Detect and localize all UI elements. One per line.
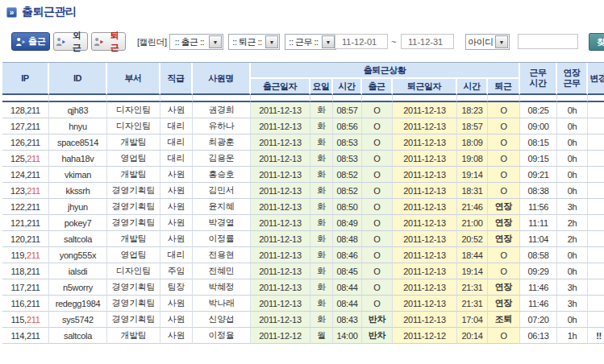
search-field-select[interactable]: 아이디 ▼ xyxy=(465,34,510,50)
cell-in-mark: O xyxy=(362,296,393,312)
ip-prefix: 118, xyxy=(10,267,26,276)
search-field-value: 아이디 xyxy=(466,36,495,48)
cell-change xyxy=(588,215,604,231)
cell-work-time: 06:13 xyxy=(520,328,557,344)
cell-out-date: 2011-12-13 xyxy=(393,134,457,151)
header-dept: 부서 xyxy=(107,63,160,95)
cell-in-mark: O xyxy=(362,231,393,247)
cell-in-mark: O xyxy=(362,167,393,183)
cell-change xyxy=(588,151,604,167)
cell-work-time: 08:25 xyxy=(520,102,557,118)
header-ip: IP xyxy=(2,63,49,95)
cell-overtime: 0h xyxy=(557,312,588,328)
cell-work-time: 11:04 xyxy=(520,231,557,247)
cell-dept: 경영기획팀 xyxy=(107,279,160,296)
cell-name: 신양섭 xyxy=(193,312,251,328)
cell-out-mark: 연장 xyxy=(488,231,520,247)
table-row: 118,211 ialsdi 디자인팀 주임 전혜민 2011-12-13 화 … xyxy=(2,263,604,279)
header-out-time: 시간 xyxy=(457,79,488,95)
chevron-down-icon[interactable]: ▼ xyxy=(209,35,222,48)
cell-in-mark: O xyxy=(362,263,393,279)
cell-day: 화 xyxy=(310,102,333,118)
chevron-down-icon[interactable]: ▼ xyxy=(495,35,508,48)
cell-work-time: 11:46 xyxy=(520,279,557,296)
cell-out-time: 18:57 xyxy=(457,118,488,134)
attend-button[interactable]: 출근 xyxy=(11,32,50,51)
cell-dept: 영업팀 xyxy=(107,247,160,263)
cell-work-time: 08:58 xyxy=(520,247,557,263)
cell-dept: 영업팀 xyxy=(107,151,160,167)
ip-suffix: 211 xyxy=(27,105,40,115)
cell-out-date: 2011-12-13 xyxy=(393,167,457,183)
ip-prefix: 117, xyxy=(10,283,26,292)
cell-id: saltcola xyxy=(49,231,107,247)
ip-prefix: 114, xyxy=(10,331,26,341)
header-in-date: 출근일자 xyxy=(251,79,310,95)
search-button[interactable]: 찾기 xyxy=(589,33,604,51)
cell-name: 권경희 xyxy=(193,102,251,118)
cell-id: space8514 xyxy=(49,134,107,151)
cell-name: 이정률 xyxy=(193,231,251,247)
cell-change xyxy=(588,118,604,134)
cell-ip: 118,211 xyxy=(2,263,49,279)
cell-out-time: 21:46 xyxy=(457,199,488,215)
cell-out-mark: 연장 xyxy=(488,199,520,215)
header-in-mark: 출근 xyxy=(362,79,393,95)
cell-out-mark: O xyxy=(488,151,520,167)
cell-work-time: 07:20 xyxy=(520,312,557,328)
leave-filter-select[interactable]: :: 퇴근 :: ▼ xyxy=(228,34,280,50)
cell-rank: 대리 xyxy=(160,151,193,167)
calendar-label: [캘린더] xyxy=(137,36,167,48)
cell-name: 전혜민 xyxy=(193,263,251,279)
work-filter-select[interactable]: :: 근무 :: ▼ xyxy=(285,34,336,50)
table-row: 125,211 haha18v 영업팀 대리 김용운 2011-12-13 화 … xyxy=(2,151,604,167)
person-out-icon xyxy=(56,37,66,47)
cell-change xyxy=(588,263,604,279)
cell-in-time: 08:56 xyxy=(333,118,362,134)
ip-prefix: 127, xyxy=(10,122,27,131)
cell-id: kkssrh xyxy=(49,183,107,199)
table-row: 117,211 n5worry 경영기획팀 팀장 박혜정 2011-12-13 … xyxy=(2,279,604,296)
header-in-time: 시간 xyxy=(333,79,362,95)
table-row: 123,211 kkssrh 경영기획팀 사원 김민서 2011-12-13 화… xyxy=(2,183,604,199)
cell-in-mark: O xyxy=(362,134,393,151)
cell-out-time: 20:14 xyxy=(457,328,488,344)
header-day: 요일 xyxy=(310,79,333,95)
cell-in-time: 14:00 xyxy=(333,328,362,344)
cell-out-date: 2011-12-12 xyxy=(393,328,457,344)
cell-out-mark: O xyxy=(488,118,520,134)
cell-day: 화 xyxy=(310,247,333,263)
cell-day: 화 xyxy=(310,118,333,134)
attend-filter-select[interactable]: :: 출근 :: ▼ xyxy=(169,34,223,50)
keyword-input[interactable] xyxy=(518,34,578,49)
date-to-input[interactable] xyxy=(401,34,454,49)
cell-name: 김민서 xyxy=(193,183,251,199)
cell-ip: 123,211 xyxy=(2,183,49,199)
cell-in-time: 08:53 xyxy=(333,151,362,167)
cell-in-date: 2011-12-13 xyxy=(251,118,310,134)
chevron-down-icon[interactable]: ▼ xyxy=(265,35,278,48)
cell-out-mark: O xyxy=(488,134,520,151)
date-from-input[interactable] xyxy=(335,34,388,49)
field-work-button[interactable]: 외근 xyxy=(53,32,88,51)
cell-in-date: 2011-12-13 xyxy=(251,151,310,167)
cell-in-date: 2011-12-13 xyxy=(251,231,310,247)
work-filter-value: :: 근무 :: xyxy=(285,36,322,48)
chevron-down-icon[interactable]: ▼ xyxy=(322,35,335,48)
cell-rank: 사원 xyxy=(160,199,193,215)
table-row: 122,211 jhyun 경영기획팀 사원 윤지혜 2011-12-13 화 … xyxy=(2,199,604,215)
cell-ip: 124,211 xyxy=(2,167,49,183)
cell-ip: 120,211 xyxy=(2,231,49,247)
cell-overtime: 2h xyxy=(557,231,588,247)
cell-out-date: 2011-12-13 xyxy=(393,296,457,312)
cell-out-time: 20:52 xyxy=(457,231,488,247)
cell-in-date: 2011-12-13 xyxy=(251,247,310,263)
cell-out-time: 19:14 xyxy=(457,263,488,279)
leave-button[interactable]: 퇴근 xyxy=(91,32,126,51)
cell-rank: 사원 xyxy=(160,167,193,183)
cell-name: 박나래 xyxy=(193,296,251,312)
ip-prefix: 122, xyxy=(10,202,27,212)
cell-rank: 사원 xyxy=(160,328,193,344)
cell-id: sys5742 xyxy=(49,312,107,328)
cell-day: 화 xyxy=(310,231,333,247)
